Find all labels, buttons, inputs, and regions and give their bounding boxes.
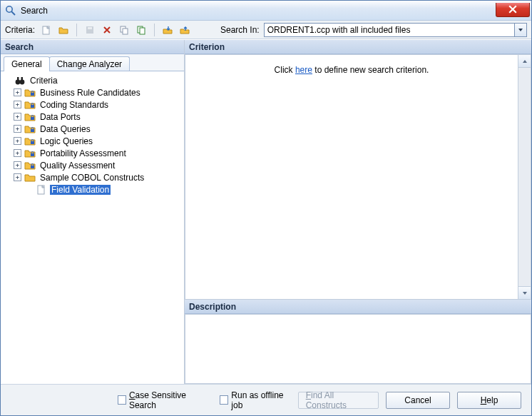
offline-job-checkbox[interactable]: Run as offline job <box>220 390 290 410</box>
tree-item[interactable]: + Coding Standards <box>1 98 184 111</box>
case-sensitive-checkbox[interactable]: Case Sensitive Search <box>118 390 207 410</box>
searchin-combo[interactable] <box>264 23 527 37</box>
svg-line-1 <box>11 11 15 15</box>
folder-lock-icon <box>24 136 36 147</box>
toolbar-separator-2 <box>154 24 155 36</box>
expand-icon[interactable]: + <box>14 101 21 108</box>
tab-general[interactable]: General <box>4 56 50 71</box>
folder-lock-icon <box>24 160 36 171</box>
new-criteria-button[interactable] <box>39 23 53 37</box>
svg-rect-19 <box>31 166 34 168</box>
criterion-scrollbar[interactable] <box>518 55 531 299</box>
app-icon <box>5 5 16 16</box>
left-pane: Search General Change Analyzer Criteria <box>1 40 185 384</box>
expand-icon[interactable]: + <box>14 88 21 96</box>
find-all-constructs-button: Find All Constructs <box>298 392 379 409</box>
criterion-content: Click here to define new search criterio… <box>185 55 518 299</box>
svg-rect-11 <box>17 77 19 81</box>
folder-lock-icon <box>24 123 36 135</box>
searchin-label: Search In: <box>220 25 260 35</box>
delete-button[interactable] <box>100 23 114 37</box>
scroll-up-icon[interactable] <box>518 55 531 68</box>
folder-lock-icon <box>24 87 36 98</box>
window-title: Search <box>21 6 496 16</box>
expand-icon[interactable]: + <box>14 137 21 145</box>
criterion-panel-header: Criterion <box>185 40 531 54</box>
left-tabs: General Change Analyzer <box>1 54 184 71</box>
criteria-label: Criteria: <box>5 25 35 35</box>
searchin-input[interactable] <box>264 23 514 37</box>
svg-rect-6 <box>123 29 128 34</box>
scroll-down-icon[interactable] <box>518 286 531 299</box>
help-button[interactable]: Help <box>457 392 521 409</box>
document-icon <box>36 184 47 196</box>
refresh-button[interactable] <box>134 23 148 37</box>
footer: Case Sensitive Search Run as offline job… <box>1 384 531 415</box>
expand-icon[interactable]: + <box>14 113 21 121</box>
expand-icon[interactable]: + <box>14 161 21 169</box>
svg-rect-17 <box>31 141 34 144</box>
save-button <box>83 23 97 37</box>
checkbox-icon <box>118 395 126 405</box>
tree-item[interactable]: + Quality Assessment <box>1 159 184 171</box>
folder-lock-icon <box>24 148 36 159</box>
import-button[interactable] <box>160 23 175 37</box>
svg-rect-16 <box>31 129 34 132</box>
close-button[interactable] <box>496 3 530 17</box>
expand-icon[interactable]: + <box>14 173 21 181</box>
binoculars-icon <box>14 75 26 86</box>
criterion-text-pre: Click <box>275 65 295 75</box>
define-criterion-link[interactable]: here <box>295 65 312 75</box>
tree-root-criteria[interactable]: Criteria <box>1 74 184 86</box>
svg-rect-18 <box>31 153 34 156</box>
cancel-button[interactable]: Cancel <box>386 392 450 409</box>
open-criteria-button[interactable] <box>56 23 71 37</box>
svg-rect-13 <box>31 93 34 96</box>
export-button[interactable] <box>178 23 192 37</box>
folder-lock-icon <box>24 111 36 123</box>
svg-point-0 <box>6 6 12 11</box>
criterion-area: Click here to define new search criterio… <box>185 54 531 300</box>
body: Search General Change Analyzer Criteria <box>1 39 531 384</box>
svg-rect-4 <box>88 27 92 29</box>
right-pane: Criterion Click here to define new searc… <box>185 40 531 384</box>
description-body <box>185 314 531 384</box>
description-area: Description <box>185 300 531 384</box>
titlebar[interactable]: Search <box>1 1 531 21</box>
toolbar-separator <box>76 24 77 36</box>
offline-job-label: Run as offline job <box>231 390 290 410</box>
tab-change-analyzer[interactable]: Change Analyzer <box>49 56 130 71</box>
description-panel-header: Description <box>185 300 531 314</box>
searchin-dropdown-button[interactable] <box>514 23 527 37</box>
svg-rect-12 <box>21 77 24 81</box>
tree-item[interactable]: + Data Ports <box>1 111 184 123</box>
tree-item[interactable]: + Data Queries <box>1 123 184 135</box>
tree-item[interactable]: + Logic Queries <box>1 135 184 147</box>
search-panel-header: Search <box>1 40 184 54</box>
tree-item[interactable]: + Sample COBOL Constructs <box>1 171 184 183</box>
criteria-tree[interactable]: Criteria + Business Rule Candidates + <box>1 71 184 384</box>
folder-icon <box>24 172 36 183</box>
expand-icon[interactable]: + <box>14 125 21 133</box>
criterion-text-post: to define new search criterion. <box>312 65 429 75</box>
folder-lock-icon <box>24 99 36 111</box>
case-sensitive-label: ase Sensitive Search <box>129 390 186 410</box>
tree-leaf-field-validation[interactable]: Field Validation <box>1 183 184 196</box>
tree-item[interactable]: + Business Rule Candidates <box>1 86 184 98</box>
checkbox-icon <box>220 395 228 405</box>
search-window: Search Criteria: <box>0 0 532 416</box>
svg-rect-8 <box>140 28 145 34</box>
expand-icon[interactable]: + <box>14 149 21 157</box>
toolbar: Criteria: Search In: <box>1 21 531 39</box>
svg-rect-15 <box>31 117 34 120</box>
svg-rect-14 <box>31 105 34 108</box>
copy-button[interactable] <box>117 23 131 37</box>
tree-item[interactable]: + Portability Assessment <box>1 147 184 159</box>
